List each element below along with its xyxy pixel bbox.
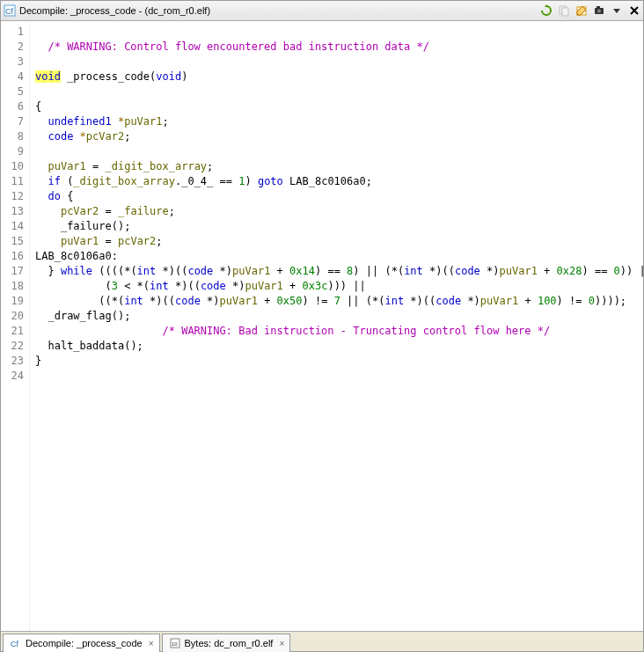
line-number: 6	[3, 99, 24, 114]
close-icon[interactable]	[627, 4, 641, 18]
code-line: _failure();	[35, 219, 640, 234]
line-gutter: 123456789101112131415161718192021222324	[1, 21, 30, 631]
line-number: 4	[3, 70, 24, 84]
line-number: 18	[3, 279, 24, 294]
code-line: pcVar2 = _failure;	[35, 204, 640, 219]
line-number: 2	[3, 40, 24, 55]
svg-rect-7	[596, 6, 600, 8]
svg-rect-3	[562, 8, 568, 16]
line-number: 9	[3, 144, 24, 159]
code-line	[35, 84, 640, 99]
line-number: 20	[3, 309, 24, 324]
line-number: 24	[3, 369, 24, 384]
svg-text:Cf: Cf	[11, 640, 18, 648]
code-line: /* WARNING: Bad instruction - Truncating…	[35, 324, 640, 339]
code-line: if (_digit_box_array._0_4_ == 1) goto LA…	[35, 174, 640, 189]
code-line: }	[35, 354, 640, 369]
code-line: puVar1 = pcVar2;	[35, 234, 640, 249]
line-number: 12	[3, 189, 24, 204]
line-number: 8	[3, 129, 24, 144]
refresh-icon[interactable]	[539, 4, 553, 18]
line-number: 21	[3, 324, 24, 339]
tab-bytes[interactable]: 10 Bytes: dc_rom_r0.elf ×	[162, 634, 291, 652]
line-number: 19	[3, 294, 24, 309]
decompile-window: Cf Decompile: _process_code - (dc_rom_r0…	[0, 0, 644, 652]
svg-point-6	[597, 10, 601, 13]
titlebar: Cf Decompile: _process_code - (dc_rom_r0…	[1, 1, 643, 21]
code-line: undefined1 *puVar1;	[35, 114, 640, 129]
line-number: 14	[3, 219, 24, 234]
svg-text:10: 10	[172, 641, 178, 647]
code-line: do {	[35, 189, 640, 204]
line-number: 11	[3, 174, 24, 189]
code-line	[35, 55, 640, 70]
line-number: 7	[3, 114, 24, 129]
code-line: code *pcVar2;	[35, 129, 640, 144]
tab-decompile[interactable]: Cf Decompile: _process_code ×	[3, 634, 160, 652]
bottom-tabs: Cf Decompile: _process_code × 10 Bytes: …	[1, 631, 643, 651]
code-line: /* WARNING: Control flow encountered bad…	[35, 40, 640, 55]
code-line: {	[35, 99, 640, 114]
toolbar	[539, 4, 641, 18]
tab-label: Bytes: dc_rom_r0.elf	[185, 638, 274, 648]
tab-label: Decompile: _process_code	[26, 638, 143, 648]
code-line: puVar1 = _digit_box_array;	[35, 159, 640, 174]
code-line: halt_baddata();	[35, 339, 640, 354]
code-line: ((*(int *)((code *)puVar1 + 0x50) != 7 |…	[35, 294, 640, 309]
close-icon[interactable]: ×	[279, 639, 284, 648]
line-number: 17	[3, 264, 24, 279]
line-number: 22	[3, 339, 24, 354]
code-line: _draw_flag();	[35, 309, 640, 324]
cf-icon: Cf	[3, 4, 17, 18]
code-line	[35, 25, 640, 40]
code-line: void _process_code(void)	[35, 70, 640, 84]
line-number: 23	[3, 354, 24, 369]
window-title: Decompile: _process_code - (dc_rom_r0.el…	[19, 5, 210, 16]
close-icon[interactable]: ×	[149, 639, 154, 648]
code-line: (3 < *(int *)((code *)puVar1 + 0x3c))) |…	[35, 279, 640, 294]
line-number: 10	[3, 159, 24, 174]
code-area: 123456789101112131415161718192021222324 …	[1, 21, 643, 631]
code-content[interactable]: /* WARNING: Control flow encountered bad…	[30, 21, 643, 631]
line-number: 13	[3, 204, 24, 219]
line-number: 1	[3, 25, 24, 40]
copy-icon[interactable]	[557, 4, 571, 18]
snapshot-icon[interactable]	[592, 4, 606, 18]
svg-text:Cf: Cf	[5, 7, 13, 16]
edit-icon[interactable]	[574, 4, 589, 18]
code-line: } while ((((*(int *)((code *)puVar1 + 0x…	[35, 264, 640, 279]
cf-icon: Cf	[9, 636, 23, 650]
line-number: 15	[3, 234, 24, 249]
code-line	[35, 144, 640, 159]
code-line	[35, 369, 640, 384]
line-number: 5	[3, 84, 24, 99]
code-line: LAB_8c0106a0:	[35, 249, 640, 264]
line-number: 16	[3, 249, 24, 264]
menu-icon[interactable]	[610, 4, 624, 18]
bytes-icon: 10	[168, 636, 182, 650]
line-number: 3	[3, 55, 24, 70]
